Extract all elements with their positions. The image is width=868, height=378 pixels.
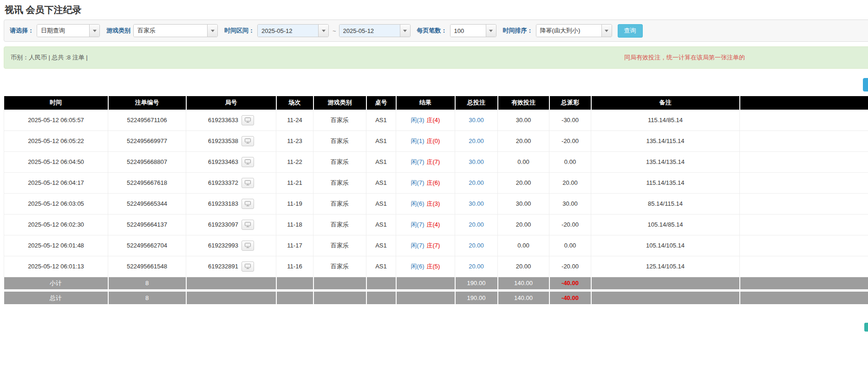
header-bet-id: 注单编号 [108, 96, 186, 110]
video-replay-button[interactable] [241, 261, 254, 272]
video-replay-button[interactable] [241, 157, 254, 167]
round-group: 619233183 [208, 199, 254, 209]
cutoff-right-edge-button[interactable] [863, 78, 868, 91]
cell-total-bet: 20.00 [455, 130, 498, 151]
cell-extra [740, 110, 868, 130]
cell-bet-id: 522495662704 [108, 235, 186, 256]
cell-time: 2025-05-12 06:01:13 [4, 256, 108, 277]
summary-bar: 币别：人民币 | 总共 :8 注单 | 同局有效投注，统一计算在该局第一张注单的 [4, 46, 868, 69]
cell-result: 闲(6)庄(5) [396, 256, 455, 277]
query-button[interactable]: 查询 [618, 24, 643, 38]
total-payout: -40.00 [549, 292, 591, 304]
date-from-input[interactable] [258, 25, 318, 37]
table-row: 2025-05-12 06:05:57 522495671106 6192336… [4, 110, 868, 130]
total-bet-link[interactable]: 30.00 [469, 200, 484, 207]
video-icon [245, 180, 251, 185]
cell-bet-id: 522495661548 [108, 256, 186, 277]
cell-remark: 105.14/85.14 [591, 214, 740, 235]
total-bet-link[interactable]: 20.00 [469, 137, 484, 144]
page-title: 视讯 会员下注纪录 [5, 4, 868, 16]
date-to-dropdown-arrow-icon[interactable] [400, 25, 410, 37]
total-bet-link[interactable]: 20.00 [469, 263, 484, 270]
chevron-down-icon [93, 30, 97, 32]
round-number: 619233538 [208, 137, 238, 144]
video-replay-button[interactable] [241, 241, 254, 251]
page-size-label: 每页笔数： [417, 26, 447, 35]
date-from-dropdown-arrow-icon[interactable] [318, 25, 328, 37]
cell-total-bet: 30.00 [455, 151, 498, 172]
cell-result: 闲(7)庄(4) [396, 214, 455, 235]
subtotal-total-bet: 190.00 [455, 277, 498, 289]
subtotal-row: 小计 8 190.00 140.00 -40.00 [4, 277, 868, 289]
date-to-input[interactable] [339, 25, 400, 37]
round-number: 619232891 [208, 263, 238, 270]
game-type-input[interactable] [134, 25, 207, 37]
cell-extra [740, 151, 868, 172]
cell-payout: 0.00 [549, 235, 591, 256]
total-bet-link[interactable]: 20.00 [469, 221, 484, 228]
video-replay-button[interactable] [241, 115, 254, 125]
cell-extra [740, 214, 868, 235]
page-size-input[interactable] [450, 25, 486, 37]
cell-payout: -20.00 [549, 130, 591, 151]
empty-cell [276, 277, 313, 289]
query-type-dropdown-arrow-icon[interactable] [89, 25, 99, 37]
game-type-dropdown-arrow-icon[interactable] [207, 25, 217, 37]
result-player: 闲(7) [411, 221, 424, 228]
video-replay-button[interactable] [241, 220, 254, 230]
total-bet-link[interactable]: 30.00 [469, 158, 484, 165]
sort-order-label: 时间排序： [503, 26, 533, 35]
subtotal-count: 8 [108, 277, 186, 289]
table-row: 2025-05-12 06:04:17 522495667618 6192333… [4, 172, 868, 193]
query-type-input[interactable] [37, 25, 89, 37]
chevron-down-icon [403, 30, 407, 32]
sort-order-input[interactable] [536, 25, 601, 37]
cell-game-type: 百家乐 [313, 193, 366, 214]
result-banker: 庄(7) [427, 158, 440, 165]
date-to-combobox [339, 24, 411, 37]
cell-time: 2025-05-12 06:01:48 [4, 235, 108, 256]
result-player: 闲(3) [411, 117, 424, 124]
empty-cell [313, 277, 366, 289]
empty-cell [366, 292, 396, 304]
subtotal-valid-bet: 140.00 [498, 277, 549, 289]
empty-cell [186, 292, 276, 304]
cell-time: 2025-05-12 06:05:57 [4, 110, 108, 130]
time-range-label: 时间区间： [224, 26, 255, 35]
cutoff-bottom-right-button[interactable] [864, 323, 868, 332]
video-replay-button[interactable] [241, 199, 254, 209]
empty-cell [313, 292, 366, 304]
page-size-dropdown-arrow-icon[interactable] [486, 25, 496, 37]
sort-order-dropdown-arrow-icon[interactable] [601, 25, 612, 37]
bets-table: 时间 注单编号 局号 场次 游戏类别 桌号 结果 总投注 有效投注 总派彩 备注… [4, 96, 868, 304]
table-row: 2025-05-12 06:03:05 522495665344 6192331… [4, 193, 868, 214]
cell-time: 2025-05-12 06:03:05 [4, 193, 108, 214]
header-result: 结果 [396, 96, 455, 110]
grand-total-row: 总计 8 190.00 140.00 -40.00 [4, 292, 868, 304]
game-type-combobox [133, 24, 218, 37]
video-icon [245, 117, 251, 123]
cell-remark: 115.14/135.14 [591, 172, 740, 193]
empty-cell [186, 277, 276, 289]
header-extra [740, 96, 868, 110]
total-bet-link[interactable]: 20.00 [469, 242, 484, 249]
result-player: 闲(1) [411, 137, 424, 144]
total-bet-link[interactable]: 30.00 [469, 117, 484, 124]
result-banker: 庄(4) [427, 117, 440, 124]
result-player: 闲(7) [411, 158, 424, 165]
cell-bet-id: 522495667618 [108, 172, 186, 193]
total-bet-link[interactable]: 20.00 [469, 179, 484, 186]
header-valid-bet: 有效投注 [498, 96, 549, 110]
table-row: 2025-05-12 06:05:22 522495669977 6192335… [4, 130, 868, 151]
cell-result: 闲(3)庄(4) [396, 110, 455, 130]
cell-payout: -20.00 [549, 256, 591, 277]
video-replay-button[interactable] [241, 178, 254, 188]
cell-valid-bet: 0.00 [498, 235, 549, 256]
cell-extra [740, 256, 868, 277]
header-total-bet: 总投注 [455, 96, 498, 110]
round-group: 619232891 [208, 261, 254, 272]
video-replay-button[interactable] [241, 136, 254, 146]
round-number: 619233183 [208, 200, 238, 207]
subtotal-payout: -40.00 [549, 277, 591, 289]
empty-cell [591, 292, 740, 304]
